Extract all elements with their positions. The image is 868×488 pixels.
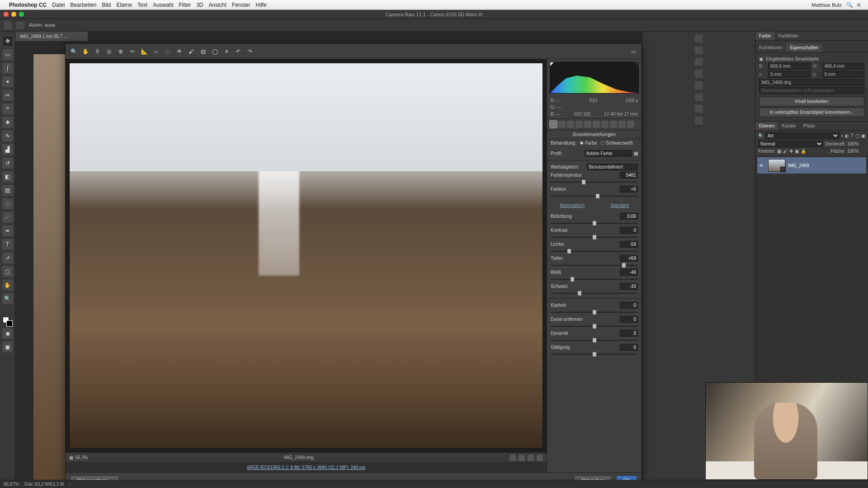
- lasso-tool[interactable]: ʃ: [2, 63, 13, 74]
- eraser-tool[interactable]: ◧: [2, 171, 13, 182]
- info-panel-icon[interactable]: [695, 93, 703, 101]
- path-tool[interactable]: ↗: [2, 253, 13, 263]
- treatment-bw[interactable]: Schwarzweiß: [600, 141, 632, 145]
- presets-tab-icon[interactable]: [618, 121, 626, 128]
- filter-search-icon[interactable]: 🔍: [758, 133, 764, 138]
- menu-datei[interactable]: Datei: [52, 2, 65, 8]
- convert-linked-button[interactable]: In verknüpftes Smartobjekt konvertieren.…: [759, 108, 864, 117]
- menu-bearbeiten[interactable]: Bearbeiten: [70, 2, 96, 8]
- cr-target-adjust-icon[interactable]: ⊕: [116, 47, 125, 56]
- properties-tab[interactable]: Eigenschaften: [786, 43, 822, 52]
- layer-name[interactable]: IMG_2499: [788, 163, 809, 168]
- detail-tab-icon[interactable]: [567, 121, 574, 128]
- vibrance-input[interactable]: [620, 330, 638, 337]
- blacks-slider[interactable]: [551, 291, 638, 296]
- profile-select[interactable]: Adobe Farbe: [585, 150, 632, 157]
- quickmask-tool[interactable]: ◉: [2, 328, 13, 339]
- cr-zoom-tool-icon[interactable]: 🔍: [69, 47, 78, 56]
- cr-menu-icon[interactable]: [537, 455, 543, 461]
- paths-tab[interactable]: Pfade: [800, 122, 819, 130]
- color-swatches[interactable]: [3, 317, 13, 327]
- width-field[interactable]: 609,6 mm: [768, 63, 811, 70]
- whites-slider[interactable]: [551, 277, 638, 282]
- menu-ansicht[interactable]: Ansicht: [209, 2, 226, 8]
- cr-image-preview[interactable]: [69, 63, 543, 449]
- dehaze-slider[interactable]: [551, 324, 638, 328]
- temp-input[interactable]: [620, 172, 638, 178]
- curve-tab-icon[interactable]: [558, 121, 566, 128]
- layer-filter-select[interactable]: Art: [765, 132, 840, 139]
- basic-tab-icon[interactable]: [550, 121, 557, 128]
- status-zoom[interactable]: 66,67%: [4, 482, 19, 487]
- status-docsize[interactable]: Dok: 63,3 M/63,3 M: [24, 482, 64, 487]
- menu-filter[interactable]: Filter: [179, 2, 191, 8]
- home-icon[interactable]: [4, 21, 12, 29]
- shape-tool[interactable]: ▢: [2, 266, 13, 277]
- cr-swap-icon[interactable]: [519, 455, 525, 461]
- libraries-panel-icon[interactable]: [695, 117, 703, 125]
- fill-field[interactable]: 100%: [847, 149, 865, 154]
- character-panel-icon[interactable]: [695, 58, 703, 66]
- tint-slider[interactable]: [551, 194, 638, 198]
- clarity-slider[interactable]: [551, 310, 638, 314]
- document-tab[interactable]: IMG_2499-1 bei 66,7 ...: [15, 32, 88, 42]
- menu-fenster[interactable]: Fenster: [232, 2, 250, 8]
- contrast-slider[interactable]: [551, 235, 638, 239]
- cr-rotate-ccw-icon[interactable]: ↶: [234, 47, 243, 56]
- dodge-tool[interactable]: ☄: [2, 212, 13, 223]
- menu-extra-icon[interactable]: ≡: [857, 2, 863, 8]
- treatment-color[interactable]: Farbe: [580, 141, 597, 145]
- cr-rotate-cw-icon[interactable]: ↷: [245, 47, 255, 56]
- cr-adjust-brush-icon[interactable]: 🖌: [187, 47, 196, 56]
- cr-workflow-link[interactable]: sRGB IEC61966-2.1; 8 Bit; 5760 x 3840 (2…: [66, 462, 547, 472]
- highlight-clip-icon[interactable]: [635, 62, 638, 66]
- height-field[interactable]: 406,4 mm: [822, 63, 865, 70]
- split-tab-icon[interactable]: [584, 121, 591, 128]
- exposure-slider[interactable]: [551, 221, 638, 225]
- marquee-tool[interactable]: ▭: [2, 49, 13, 60]
- cr-transform-icon[interactable]: ▱: [151, 47, 160, 56]
- menu-ebene[interactable]: Ebene: [116, 2, 132, 8]
- menu-bild[interactable]: Bild: [102, 2, 111, 8]
- saturation-slider[interactable]: [551, 352, 638, 357]
- layer-row[interactable]: 👁 IMG_2499: [757, 157, 866, 174]
- opacity-field[interactable]: 100%: [847, 141, 865, 146]
- blur-tool[interactable]: ◌: [2, 198, 13, 209]
- cr-color-sampler-icon[interactable]: ◎: [104, 47, 113, 56]
- menu-text[interactable]: Text: [137, 2, 147, 8]
- close-icon[interactable]: [4, 12, 9, 17]
- swatches-tab[interactable]: Farbfelder: [774, 32, 802, 40]
- blend-mode-select[interactable]: Normal: [758, 141, 823, 147]
- blacks-input[interactable]: [620, 283, 638, 290]
- cr-zoom-level[interactable]: 56,3%: [75, 455, 88, 460]
- cr-copy-icon[interactable]: [528, 455, 534, 461]
- cr-hand-tool-icon[interactable]: ✋: [81, 47, 90, 56]
- y-field[interactable]: 0 mm: [822, 71, 865, 78]
- status-chevron-icon[interactable]: ›: [69, 482, 71, 487]
- filter-pixel-icon[interactable]: ▪: [841, 133, 843, 138]
- cr-preview-toggle-icon[interactable]: ▭: [629, 47, 638, 56]
- actions-panel-icon[interactable]: [695, 46, 703, 54]
- highlights-input[interactable]: [620, 241, 638, 248]
- fx-tab-icon[interactable]: [601, 121, 609, 128]
- healing-tool[interactable]: ✚: [2, 117, 13, 128]
- hsl-tab-icon[interactable]: [576, 121, 583, 128]
- cr-redeye-icon[interactable]: 👁: [175, 47, 184, 56]
- minimize-icon[interactable]: [11, 12, 16, 17]
- zoom-icon[interactable]: [19, 12, 24, 17]
- cr-spot-removal-icon[interactable]: ◌: [163, 47, 172, 56]
- edit-contents-button[interactable]: Inhalt bearbeiten: [759, 97, 864, 106]
- menubar-user[interactable]: Matthias Butz: [811, 2, 842, 8]
- app-name[interactable]: Photoshop CC: [9, 2, 47, 8]
- paragraph-panel-icon[interactable]: [695, 70, 703, 78]
- cr-graduated-filter-icon[interactable]: ▤: [198, 47, 208, 56]
- tint-input[interactable]: [620, 186, 638, 192]
- filter-shape-icon[interactable]: ▢: [855, 133, 859, 138]
- visibility-icon[interactable]: 👁: [759, 163, 765, 168]
- cr-histogram[interactable]: [550, 62, 639, 94]
- saturation-input[interactable]: [620, 344, 638, 351]
- wb-select[interactable]: Benutzerdefiniert: [587, 164, 638, 170]
- cr-radial-filter-icon[interactable]: ◯: [210, 47, 219, 56]
- profile-browser-icon[interactable]: ▦: [634, 151, 638, 156]
- lock-artboard-icon[interactable]: ▣: [795, 149, 799, 154]
